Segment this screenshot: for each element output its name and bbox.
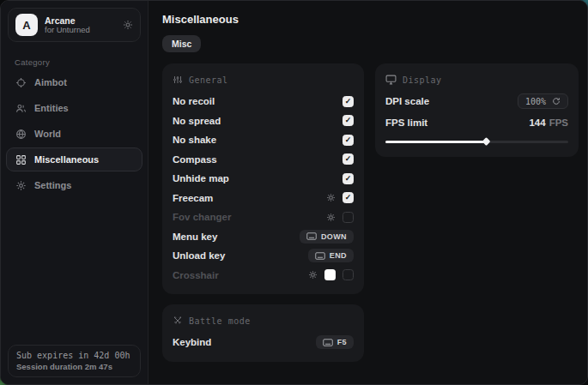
setting-row-fps-limit: FPS limit 144FPS [385, 113, 568, 133]
setting-label: No recoil [173, 96, 215, 106]
setting-row-no-recoil: No recoil ✓ [173, 92, 354, 111]
refresh-icon [552, 97, 561, 105]
sidebar-item-label: Aimbot [34, 77, 67, 87]
dpi-scale-value: 100% [525, 97, 546, 106]
sidebar-nav: Aimbot Entities World [1, 70, 148, 197]
setting-label: Menu key [173, 232, 217, 242]
sidebar-item-world[interactable]: World [6, 122, 142, 146]
setting-row-compass: Compass ✓ [173, 150, 354, 170]
setting-label: Fov changer [173, 212, 231, 222]
monitor-icon [385, 75, 397, 85]
setting-label: Freecam [173, 193, 213, 203]
section-title-battle-mode: Battle mode [189, 316, 251, 326]
settings-icon [15, 180, 27, 191]
gear-icon[interactable] [326, 213, 336, 222]
sidebar-item-miscellaneous[interactable]: Miscellaneous [6, 147, 142, 171]
keyboard-icon [323, 339, 333, 346]
swords-icon [173, 316, 183, 326]
checkbox[interactable]: ✓ [342, 115, 354, 126]
setting-label: Unload key [173, 250, 225, 261]
keyboard-icon [306, 232, 317, 240]
brand-card: A Arcane for Unturned [8, 8, 141, 42]
setting-row-no-spread: No spread ✓ [173, 111, 354, 131]
keybind-button[interactable]: END [308, 249, 354, 262]
tab-bar: Misc [162, 35, 579, 52]
aimbot-icon [15, 77, 27, 88]
sidebar-item-entities[interactable]: Entities [6, 96, 142, 120]
keybind-value: F5 [337, 338, 347, 346]
tab-misc[interactable]: Misc [162, 35, 201, 52]
setting-row-fov-changer: Fov changer ✓ [173, 208, 354, 227]
checkbox[interactable]: ✓ [342, 269, 354, 280]
setting-label: No spread [173, 116, 221, 126]
app-logo: A [15, 14, 38, 36]
checkbox[interactable]: ✓ [342, 192, 354, 203]
gear-icon[interactable] [308, 270, 318, 280]
sidebar-item-label: Entities [34, 103, 69, 113]
app-title: Arcane [45, 15, 116, 26]
sidebar-item-settings[interactable]: Settings [6, 173, 142, 197]
setting-label: DPI scale [385, 96, 429, 106]
setting-row-freecam: Freecam ✓ [173, 189, 354, 208]
setting-row-unhide-map: Unhide map ✓ [173, 169, 354, 189]
setting-label: Compass [173, 154, 217, 165]
setting-label: Crosshair [173, 270, 219, 280]
color-swatch[interactable] [324, 269, 336, 280]
app-window: A Arcane for Unturned Category A [0, 0, 588, 385]
world-icon [15, 129, 27, 140]
sidebar-item-label: Settings [34, 180, 71, 190]
setting-row-menu-key: Menu key DOWN [173, 227, 354, 247]
session-duration-text: Session duration 2m 47s [16, 362, 132, 371]
sidebar-item-aimbot[interactable]: Aimbot [6, 70, 142, 94]
battle-mode-card: Battle mode Keybind F5 [162, 304, 364, 362]
setting-label: Keybind [173, 337, 211, 347]
main-content: Miscellaneous Misc General [149, 1, 588, 384]
category-label: Category [15, 57, 134, 67]
sidebar-item-label: World [34, 129, 61, 139]
setting-label: FPS limit [385, 117, 427, 128]
slider-fill [385, 141, 486, 143]
slider-thumb[interactable] [482, 137, 491, 146]
setting-label: No shake [173, 135, 216, 145]
section-title-general: General [189, 75, 228, 85]
entities-icon [15, 103, 27, 114]
fps-limit-unit: FPS [549, 117, 568, 128]
checkbox[interactable]: ✓ [342, 96, 354, 107]
display-card: Display DPI scale 100% [375, 63, 579, 157]
brand-gear-icon[interactable] [123, 20, 133, 30]
setting-label: Unhide map [173, 173, 229, 183]
page-title: Miscellaneous [162, 13, 579, 26]
keybind-value: DOWN [321, 232, 347, 241]
checkbox[interactable]: ✓ [342, 153, 354, 165]
keybind-button[interactable]: DOWN [300, 230, 354, 244]
general-card: General No recoil ✓ No spread ✓ [162, 63, 364, 294]
subscription-status-card: Sub expires in 42d 00h Session duration … [8, 345, 141, 377]
checkbox[interactable]: ✓ [342, 135, 354, 146]
sidebar-item-label: Miscellaneous [34, 154, 99, 165]
section-title-display: Display [403, 75, 442, 85]
setting-row-no-shake: No shake ✓ [173, 130, 354, 150]
setting-row-unload-key: Unload key END [173, 246, 354, 266]
checkbox[interactable]: ✓ [342, 173, 354, 184]
dpi-scale-button[interactable]: 100% [518, 93, 568, 109]
app-subtitle: for Unturned [45, 26, 116, 35]
sub-expiry-text: Sub expires in 42d 00h [16, 351, 132, 360]
setting-row-battle-keybind: Keybind F5 [173, 333, 354, 352]
miscellaneous-icon [15, 154, 27, 165]
fps-limit-slider[interactable] [385, 135, 568, 147]
setting-row-crosshair: Crosshair ✓ [173, 266, 354, 286]
gear-icon[interactable] [326, 193, 336, 202]
keyboard-icon [315, 252, 325, 260]
checkbox[interactable]: ✓ [342, 212, 354, 223]
setting-row-dpi-scale: DPI scale 100% [385, 92, 568, 111]
sidebar: A Arcane for Unturned Category A [1, 1, 149, 384]
sliders-icon [173, 75, 183, 85]
keybind-button[interactable]: F5 [316, 335, 354, 349]
fps-limit-value: 144 [529, 117, 545, 128]
keybind-value: END [330, 251, 347, 260]
slider-track[interactable] [385, 141, 568, 143]
